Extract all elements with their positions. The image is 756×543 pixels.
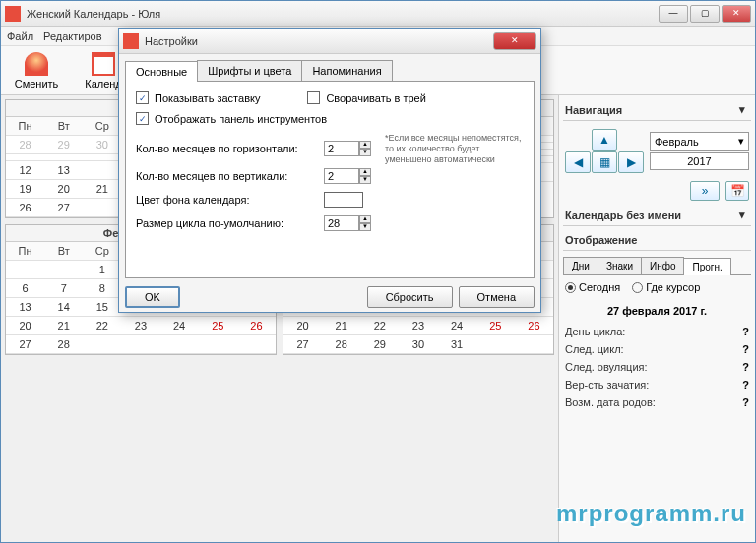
nav-arrows: ▲ ◀ ▦ ▶: [565, 129, 644, 173]
radio-cursor[interactable]: Где курсор: [632, 281, 700, 293]
tab-info[interactable]: Инфо: [641, 257, 685, 274]
current-date: 27 февраля 2017 г.: [563, 299, 751, 323]
main-titlebar: Женский Календарь - Юля — ▢ ✕: [1, 1, 755, 27]
maximize-button[interactable]: ▢: [690, 5, 720, 23]
display-tabs: Дни Знаки Инфо Прогн.: [563, 257, 751, 275]
tab-prognosis[interactable]: Прогн.: [683, 258, 730, 275]
ok-button[interactable]: OK: [125, 286, 180, 308]
checkbox-tray[interactable]: [307, 91, 320, 104]
spin-down-icon[interactable]: ▼: [359, 149, 371, 156]
cancel-button[interactable]: Отмена: [459, 286, 535, 308]
settings-panel: Показывать заставку Сворачивать в трей О…: [125, 82, 535, 278]
checkbox-splash[interactable]: [136, 91, 149, 104]
settings-tabs: Основные Шрифты и цвета Напоминания: [125, 60, 535, 82]
spin-up-icon[interactable]: ▲: [359, 141, 371, 149]
month-combo[interactable]: Февраль▾: [650, 132, 749, 151]
display-panel: Отображение: [563, 230, 751, 251]
dialog-icon: [123, 33, 139, 49]
spinner-months-h[interactable]: ▲▼: [324, 141, 371, 156]
minimize-button[interactable]: —: [659, 5, 688, 23]
dialog-titlebar: Настройки ✕: [119, 29, 540, 54]
reset-button[interactable]: Сбросить: [367, 286, 453, 308]
sidebar: Навигация ▾ ▲ ◀ ▦ ▶ Февраль▾ 2017: [558, 95, 755, 542]
dialog-close-button[interactable]: ✕: [493, 32, 536, 50]
tab-days[interactable]: Дни: [563, 257, 598, 274]
nav-fastfwd[interactable]: »: [690, 181, 720, 201]
nav-center[interactable]: ▦: [592, 151, 617, 173]
dialog-title: Настройки: [145, 35, 493, 47]
menu-file[interactable]: Файл: [7, 30, 33, 42]
calname-panel[interactable]: Календарь без имени ▾: [563, 205, 751, 226]
tab-signs[interactable]: Знаки: [598, 257, 642, 274]
close-button[interactable]: ✕: [722, 5, 751, 23]
radio-today[interactable]: Сегодня: [565, 281, 620, 293]
user-icon: [25, 52, 48, 76]
calendar-icon: [92, 52, 115, 76]
tab-basic[interactable]: Основные: [125, 61, 198, 82]
year-box[interactable]: 2017: [650, 152, 749, 170]
chevron-down-icon: ▾: [735, 103, 749, 116]
nav-cal-icon[interactable]: 📅: [725, 181, 749, 201]
dialog-buttons: OK Сбросить Отмена: [125, 278, 535, 308]
nav-up[interactable]: ▲: [592, 129, 617, 151]
settings-dialog: Настройки ✕ Основные Шрифты и цвета Напо…: [118, 28, 541, 313]
nav-left[interactable]: ◀: [565, 151, 591, 173]
tab-reminders[interactable]: Напоминания: [301, 60, 392, 81]
spinner-months-v[interactable]: ▲▼: [324, 168, 371, 184]
window-buttons: — ▢ ✕: [659, 5, 751, 23]
toolbar-change-user[interactable]: Сменить: [7, 48, 66, 93]
window-title: Женский Календарь - Юля: [27, 8, 659, 20]
color-well[interactable]: [324, 192, 363, 208]
menu-edit[interactable]: Редактиров: [43, 30, 101, 42]
checkbox-toolbar[interactable]: [136, 112, 149, 125]
spinner-cycle[interactable]: ▲▼: [324, 215, 371, 231]
app-icon: [5, 6, 21, 22]
nav-panel-title[interactable]: Навигация ▾: [563, 99, 751, 121]
chevron-down-icon: ▾: [735, 209, 749, 221]
nav-right[interactable]: ▶: [618, 151, 644, 173]
tab-fonts[interactable]: Шрифты и цвета: [197, 60, 302, 81]
